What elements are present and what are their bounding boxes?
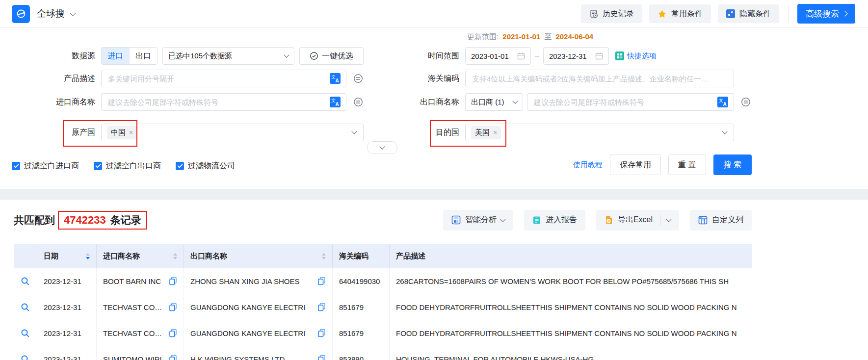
copy-icon[interactable]: [317, 277, 326, 285]
sort-icons[interactable]: [169, 253, 177, 259]
update-range: 更新范围: 2021-01-01 至 2024-06-04: [467, 32, 595, 42]
hs-code-label: 海关编码: [418, 74, 459, 84]
date-end-value: 2023-12-31: [549, 52, 587, 60]
checkbox-filter-blank-importer[interactable]: 过滤空白进口商: [12, 161, 79, 171]
page: 全球搜 历史记录 常用条件: [0, 0, 868, 360]
advanced-search-button[interactable]: 高级搜索: [797, 4, 855, 24]
tutorial-link[interactable]: 使用教程: [573, 160, 603, 170]
columns-icon: [698, 216, 708, 225]
hs-code-cell: 6404199030: [332, 268, 389, 294]
reset-button[interactable]: 重 置: [668, 154, 706, 175]
view-detail-icon[interactable]: [21, 355, 30, 360]
copy-icon[interactable]: [169, 329, 177, 337]
topbar-actions: 历史记录 常用条件 隐藏条件 高级搜索: [581, 4, 855, 24]
checkbox-checked-icon: [94, 162, 102, 170]
hs-code-field: [465, 70, 734, 87]
tag-close-icon[interactable]: ×: [493, 129, 497, 136]
exclude-icon[interactable]: [353, 73, 364, 84]
origin-country-tag-text: 中国: [111, 128, 126, 137]
header-exporter[interactable]: 出口商名称: [184, 244, 332, 268]
header-product: 产品描述: [389, 244, 752, 268]
summary-prefix: 共匹配到: [14, 213, 55, 227]
custom-columns-label: 自定义列: [712, 215, 743, 225]
favorites-button[interactable]: 常用条件: [649, 4, 711, 23]
view-detail-icon[interactable]: [21, 303, 30, 312]
one-click-optimize-button[interactable]: 一键优选: [299, 47, 364, 65]
product-desc-label: 产品描述: [12, 74, 95, 84]
tab-import[interactable]: 进口: [102, 48, 129, 64]
search-button[interactable]: 搜 索: [713, 154, 752, 175]
checkbox-checked-icon: [176, 162, 184, 170]
dest-country-select[interactable]: 美国 ×: [465, 124, 734, 141]
row-countries: 原产国 中国 × 目的国 美国 ×: [12, 124, 752, 141]
shortcut-options-link[interactable]: 快捷选项: [615, 51, 657, 61]
view-detail-icon[interactable]: [21, 329, 30, 338]
exporter-type-select[interactable]: 出口商 (1): [465, 93, 523, 111]
save-favorite-button[interactable]: 保存常用: [610, 154, 661, 175]
tab-export[interactable]: 出口: [129, 48, 157, 64]
origin-country-select[interactable]: 中国 ×: [101, 124, 364, 141]
view-detail-icon[interactable]: [21, 277, 30, 286]
count-highlight-box: 4742233 条记录: [58, 211, 147, 230]
update-range-label: 更新范围:: [467, 32, 499, 41]
copy-icon[interactable]: [169, 355, 177, 360]
collapse-conditions-button[interactable]: [367, 141, 397, 154]
advanced-search-label: 高级搜索: [806, 8, 839, 20]
header-date[interactable]: 日期: [37, 244, 96, 268]
exporter-label: 出口商名称: [418, 97, 459, 107]
row-product-desc: 产品描述 文 A: [12, 70, 752, 87]
chevron-down-icon: [722, 129, 727, 134]
product-desc-input[interactable]: [107, 74, 326, 83]
app-logo[interactable]: [12, 5, 30, 23]
sort-icons[interactable]: [318, 253, 326, 259]
exporter-input[interactable]: [533, 98, 713, 107]
hs-code-cell: 851679: [332, 320, 389, 346]
copy-icon[interactable]: [317, 355, 326, 360]
data-source-select[interactable]: 已选中105个数据源: [162, 47, 294, 65]
export-excel-label: 导出Excel: [618, 215, 653, 225]
hs-code-input[interactable]: [471, 74, 728, 83]
checkbox-filter-blank-exporter[interactable]: 过滤空白出口商: [94, 161, 161, 171]
sort-icons[interactable]: [82, 253, 90, 259]
copy-icon[interactable]: [169, 303, 177, 311]
calendar-icon: [517, 52, 525, 60]
sort-up-icon: [322, 253, 326, 256]
sort-up-icon: [173, 253, 177, 256]
results-table: 日期 进口商名称 出口商名称: [14, 244, 752, 360]
date-cell: 2023-12-31: [37, 320, 96, 346]
checkbox-label: 过滤物流公司: [188, 161, 235, 171]
checkbox-filter-logistics[interactable]: 过滤物流公司: [176, 161, 235, 171]
date-cell: 2023-12-31: [37, 346, 96, 360]
svg-text:BI: BI: [454, 219, 458, 224]
translate-icon[interactable]: 文 A: [330, 97, 341, 107]
smart-analysis-button[interactable]: BI 智能分析: [443, 210, 513, 231]
header-importer-label: 进口商名称: [103, 252, 140, 261]
translate-icon[interactable]: 文 A: [330, 73, 341, 84]
chevron-down-icon: [284, 52, 289, 57]
date-end-input[interactable]: 2023-12-31: [543, 47, 609, 65]
header-importer[interactable]: 进口商名称: [96, 244, 184, 268]
topbar: 全球搜 历史记录 常用条件: [0, 0, 868, 28]
hide-conditions-button[interactable]: 隐藏条件: [718, 4, 779, 23]
exporter-name: GUANGDONG KANGYE ELECTRI: [190, 329, 305, 337]
importer-input[interactable]: [107, 98, 326, 107]
time-range-label: 时间范围: [418, 51, 459, 61]
hs-code-cell: 853890: [332, 346, 389, 360]
exclude-icon[interactable]: [740, 97, 751, 107]
copy-icon[interactable]: [317, 303, 326, 311]
copy-icon[interactable]: [169, 277, 177, 285]
history-button[interactable]: 历史记录: [581, 4, 642, 23]
update-range-to: 至: [544, 32, 552, 41]
custom-columns-button[interactable]: 自定义列: [690, 210, 752, 231]
enter-report-button[interactable]: 进入报告: [524, 210, 585, 231]
date-start-input[interactable]: 2023-01-01: [465, 47, 531, 65]
translate-icon[interactable]: 文 A: [717, 97, 728, 107]
export-excel-button[interactable]: 导出Excel: [596, 210, 679, 231]
exporter-type-value: 出口商 (1): [471, 98, 504, 107]
globe-icon: [16, 8, 26, 19]
app-switch-chevron-icon[interactable]: [70, 10, 76, 16]
exclude-icon[interactable]: [353, 97, 364, 107]
chevron-down-icon[interactable]: [666, 216, 671, 222]
copy-icon[interactable]: [317, 329, 326, 337]
tag-close-icon[interactable]: ×: [129, 129, 133, 136]
